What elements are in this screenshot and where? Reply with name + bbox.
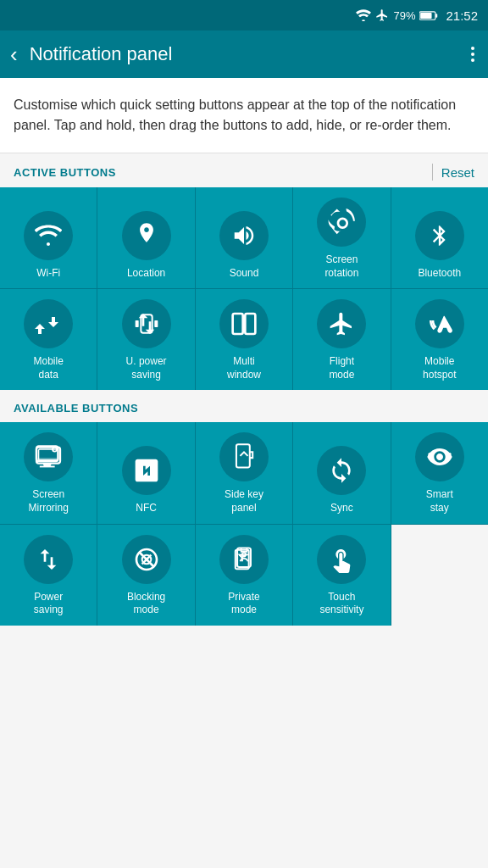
- wifi-status-icon: [356, 9, 371, 21]
- side-key-panel-icon-circle: [219, 432, 269, 481]
- nfc-icon: [133, 457, 160, 484]
- screen-mirroring-icon-circle: [24, 432, 73, 481]
- touch-sensitivity-icon: [328, 546, 355, 573]
- more-dot-3: [471, 58, 474, 62]
- svg-rect-3: [135, 320, 138, 327]
- sync-label: Sync: [330, 502, 353, 515]
- screen-rotation-icon: [328, 209, 355, 236]
- wifi-label: Wi-Fi: [36, 267, 60, 281]
- sync-icon: [328, 457, 355, 484]
- screen-rotation-button[interactable]: Screenrotation: [293, 187, 390, 288]
- sound-icon-circle: [219, 211, 269, 260]
- wifi-icon-circle: [24, 211, 73, 260]
- blocking-mode-button[interactable]: Blockingmode: [97, 525, 194, 626]
- location-button[interactable]: Location: [97, 187, 194, 288]
- u-power-saving-label: U. powersaving: [126, 355, 167, 381]
- side-key-icon: [232, 442, 256, 471]
- battery-icon: [419, 10, 438, 21]
- side-key-panel-button[interactable]: Side keypanel: [196, 422, 292, 523]
- flight-mode-icon: [328, 310, 355, 337]
- sound-button[interactable]: Sound: [196, 187, 292, 288]
- sync-button[interactable]: Sync: [293, 422, 390, 523]
- touch-sensitivity-label: Touchsensitivity: [319, 591, 363, 617]
- mobile-hotspot-button[interactable]: Mobilehotspot: [391, 289, 488, 390]
- blocking-mode-icon: [133, 546, 160, 573]
- private-mode-icon: [232, 545, 256, 574]
- status-bar: 79% 21:52: [0, 0, 488, 31]
- screen-rotation-label: Screenrotation: [324, 253, 358, 280]
- multi-window-button[interactable]: Multiwindow: [196, 289, 292, 390]
- svg-rect-1: [436, 14, 438, 18]
- u-power-saving-icon-circle: [122, 299, 171, 348]
- more-options-button[interactable]: [468, 43, 478, 65]
- touch-sensitivity-icon-circle: [317, 535, 366, 584]
- touch-sensitivity-button[interactable]: Touchsensitivity: [293, 525, 390, 626]
- battery-text: 79%: [393, 9, 415, 22]
- svg-rect-4: [154, 320, 158, 327]
- description-text: Customise which quick setting buttons ap…: [0, 78, 488, 153]
- available-buttons-header: AVAILABLE BUTTONS: [0, 390, 488, 422]
- page-title: Notification panel: [30, 43, 468, 65]
- bluetooth-icon-circle: [415, 211, 464, 260]
- multi-window-icon: [230, 310, 258, 337]
- location-label: Location: [127, 267, 165, 281]
- power-saving-button[interactable]: Powersaving: [0, 525, 97, 626]
- screen-rotation-icon-circle: [317, 198, 366, 247]
- private-mode-button[interactable]: Privatemode: [196, 525, 292, 626]
- nfc-icon-circle: [122, 446, 171, 495]
- mobile-hotspot-icon-circle: [415, 299, 464, 348]
- screen-mirroring-label: ScreenMirroring: [29, 488, 69, 515]
- bluetooth-label: Bluetooth: [418, 267, 461, 281]
- status-icons: 79% 21:52: [356, 8, 478, 23]
- wifi-button[interactable]: Wi-Fi: [0, 187, 97, 288]
- svg-rect-7: [245, 314, 255, 334]
- power-saving-icon: [35, 546, 62, 573]
- multi-window-label: Multiwindow: [227, 355, 261, 381]
- screen-mirroring-button[interactable]: ScreenMirroring: [0, 422, 97, 523]
- smart-stay-button[interactable]: Smartstay: [391, 422, 488, 523]
- mobile-hotspot-label: Mobilehotspot: [423, 355, 456, 381]
- sound-icon: [230, 223, 258, 248]
- screen-mirroring-icon: [35, 445, 62, 469]
- private-mode-icon-circle: [219, 535, 269, 584]
- wifi-icon: [35, 224, 62, 248]
- active-buttons-header: ACTIVE BUTTONS Reset: [0, 153, 488, 187]
- location-icon-circle: [122, 211, 171, 260]
- smart-stay-icon-circle: [415, 432, 464, 481]
- nfc-button[interactable]: NFC: [97, 422, 194, 523]
- u-power-icon: [133, 310, 160, 337]
- sound-label: Sound: [230, 267, 259, 281]
- app-header: ‹ Notification panel: [0, 31, 488, 78]
- smart-stay-label: Smartstay: [426, 488, 453, 515]
- power-saving-icon-circle: [24, 535, 73, 584]
- available-buttons-grid: ScreenMirroring NFC Side keypanel Sync: [0, 422, 488, 625]
- bluetooth-button[interactable]: Bluetooth: [391, 187, 488, 288]
- bluetooth-icon: [428, 221, 452, 250]
- flight-mode-label: Flightmode: [329, 355, 354, 381]
- smart-stay-icon: [426, 443, 453, 470]
- u-power-saving-button[interactable]: U. powersaving: [97, 289, 194, 390]
- mobile-data-label: Mobiledata: [34, 355, 64, 381]
- mobile-data-button[interactable]: Mobiledata: [0, 289, 97, 390]
- airplane-status-icon: [375, 8, 389, 22]
- location-icon: [135, 221, 158, 250]
- empty-cell: [391, 525, 488, 626]
- blocking-mode-icon-circle: [122, 535, 171, 584]
- mobile-hotspot-icon: [426, 310, 453, 337]
- svg-rect-2: [421, 12, 432, 18]
- multi-window-icon-circle: [219, 299, 269, 348]
- available-buttons-title: AVAILABLE BUTTONS: [14, 402, 138, 415]
- svg-rect-6: [233, 314, 243, 334]
- flight-mode-button[interactable]: Flightmode: [293, 289, 390, 390]
- power-saving-label: Powersaving: [34, 591, 64, 617]
- back-button[interactable]: ‹: [10, 42, 18, 68]
- nfc-label: NFC: [136, 502, 157, 515]
- reset-button[interactable]: Reset: [441, 165, 474, 180]
- mobile-data-icon-circle: [24, 299, 73, 348]
- reset-area: Reset: [424, 164, 474, 181]
- side-key-panel-label: Side keypanel: [225, 488, 263, 515]
- active-buttons-title: ACTIVE BUTTONS: [14, 166, 116, 179]
- section-divider: [432, 164, 433, 181]
- mobile-data-icon: [33, 310, 64, 337]
- flight-mode-icon-circle: [317, 299, 366, 348]
